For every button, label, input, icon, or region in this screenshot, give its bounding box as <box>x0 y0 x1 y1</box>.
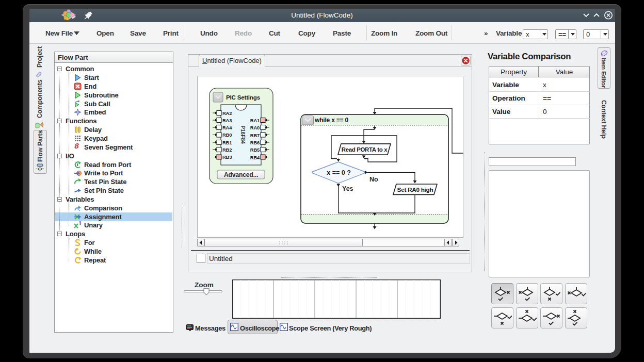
svg-text:RB2: RB2 <box>222 147 232 153</box>
svg-text:RA4: RA4 <box>222 125 232 130</box>
svg-text:RB6: RB6 <box>250 140 260 145</box>
svg-text:Set RA0 high: Set RA0 high <box>397 186 433 193</box>
svg-text:RB7: RB7 <box>250 133 260 138</box>
svg-text:PIC Settings: PIC Settings <box>226 94 260 101</box>
svg-text:RA0: RA0 <box>250 125 260 130</box>
svg-text:RA3: RA3 <box>222 118 232 123</box>
svg-text:Yes: Yes <box>342 185 353 192</box>
svg-text:Advanced...: Advanced... <box>224 171 258 178</box>
svg-text:RB1: RB1 <box>222 140 232 145</box>
svg-text:RB3: RB3 <box>222 154 232 160</box>
svg-text:No: No <box>369 176 378 183</box>
svg-text:x == 0 ?: x == 0 ? <box>327 169 351 176</box>
svg-text:RB4: RB4 <box>250 155 260 160</box>
svg-text:P16F84: P16F84 <box>240 125 246 144</box>
svg-text:while x == 0: while x == 0 <box>314 117 348 124</box>
svg-text:RA1: RA1 <box>250 118 260 123</box>
svg-text:Read PORTA to x: Read PORTA to x <box>342 146 388 153</box>
svg-text:RA2: RA2 <box>222 110 232 116</box>
svg-text:RB5: RB5 <box>250 147 260 153</box>
svg-text:RB0: RB0 <box>222 132 232 138</box>
